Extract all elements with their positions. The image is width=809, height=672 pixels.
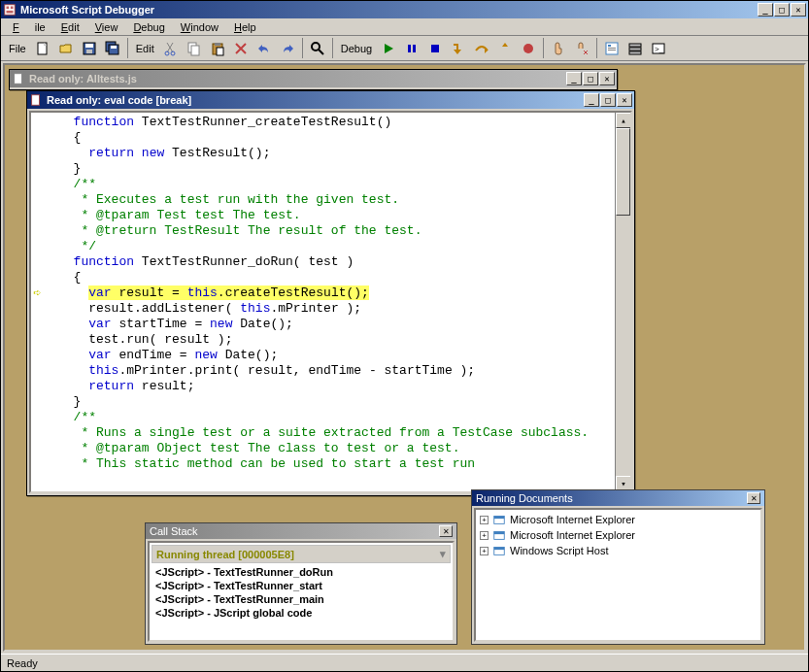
step-into-button[interactable]: [448, 38, 469, 59]
running-doc-item[interactable]: +Microsoft Internet Explorer: [478, 512, 758, 527]
running-doc-item[interactable]: +Microsoft Internet Explorer: [478, 527, 758, 543]
menu-view[interactable]: View: [87, 19, 126, 35]
svg-rect-22: [431, 45, 439, 52]
find-button[interactable]: [307, 38, 328, 59]
doc-window-alltests: Read only: Alltests.js _ □ ✕: [9, 69, 618, 90]
doc-title-eval: Read only: eval code [break]: [47, 94, 191, 106]
call-stack-item[interactable]: <JScript> - JScript global code: [152, 606, 451, 620]
code-line: * @treturn TestResult The result of the …: [58, 223, 615, 239]
delete-button[interactable]: [230, 38, 252, 59]
call-stack-item[interactable]: <JScript> - TextTestRunner_doRun: [152, 565, 451, 579]
menu-debug[interactable]: Debug: [125, 19, 172, 35]
new-file-button[interactable]: [32, 38, 53, 59]
call-stack-item[interactable]: <JScript> - TextTestRunner_start: [152, 579, 451, 592]
save-all-button[interactable]: [102, 38, 123, 59]
running-docs-close[interactable]: ✕: [747, 492, 760, 504]
svg-text:>_: >_: [655, 45, 664, 53]
svg-rect-7: [86, 50, 92, 53]
svg-rect-34: [32, 95, 40, 106]
expand-icon[interactable]: +: [480, 531, 489, 540]
open-file-button[interactable]: [55, 38, 77, 59]
save-button[interactable]: [79, 38, 100, 59]
menu-edit[interactable]: Edit: [53, 19, 87, 35]
svg-rect-29: [629, 48, 641, 50]
code-line: result.addListener( this.mPrinter );: [58, 301, 615, 317]
svg-rect-28: [629, 44, 641, 47]
undo-button[interactable]: [253, 38, 275, 59]
svg-rect-14: [191, 46, 199, 55]
call-stack-body[interactable]: Running thread [000005E8] ▾ <JScript> - …: [148, 541, 455, 642]
running-docs-title[interactable]: Running Documents ✕: [472, 490, 764, 506]
code-line: /**: [58, 177, 615, 192]
toggle-breakpoint-button[interactable]: [518, 38, 539, 59]
doc-close[interactable]: ✕: [599, 72, 615, 85]
doc-titlebar-eval[interactable]: Read only: eval code [break] _ □ ✕: [27, 91, 634, 109]
svg-rect-38: [494, 532, 505, 535]
copy-button[interactable]: [184, 38, 205, 59]
window-controls: _ □ ✕: [758, 3, 806, 17]
clear-breakpoints-button[interactable]: [571, 38, 592, 59]
app-node-icon: [492, 513, 506, 526]
command-window-button[interactable]: >_: [648, 38, 669, 59]
minimize-button[interactable]: _: [758, 3, 773, 17]
expand-icon[interactable]: +: [480, 516, 489, 524]
call-stack-close[interactable]: ✕: [439, 525, 453, 537]
svg-rect-0: [5, 5, 16, 16]
break-button[interactable]: [401, 38, 422, 59]
stop-button[interactable]: [424, 38, 446, 59]
menu-file[interactable]: File: [5, 19, 53, 35]
code-line: /**: [58, 410, 615, 425]
menu-help[interactable]: Help: [226, 19, 264, 35]
doc-titlebar-alltests[interactable]: Read only: Alltests.js _ □ ✕: [10, 70, 617, 87]
code-line: }: [58, 394, 615, 410]
svg-rect-2: [11, 7, 14, 10]
svg-rect-40: [494, 548, 505, 551]
menubar: File Edit View Debug Window Help: [1, 18, 808, 36]
call-stack-item[interactable]: <JScript> - TextTestRunner_main: [152, 592, 451, 606]
paste-button[interactable]: [207, 38, 228, 59]
svg-rect-30: [629, 51, 641, 54]
running-doc-label: Microsoft Internet Explorer: [510, 514, 635, 525]
running-docs-body[interactable]: +Microsoft Internet Explorer+Microsoft I…: [474, 508, 762, 642]
code-line: * Executes a test run with the given tes…: [58, 192, 615, 208]
step-out-button[interactable]: [494, 38, 516, 59]
call-stack-button[interactable]: [624, 38, 646, 59]
code-line: * @tparam Test test The test.: [58, 208, 615, 223]
call-stack-thread-header[interactable]: Running thread [000005E8] ▾: [152, 545, 451, 563]
eval-minimize[interactable]: _: [584, 93, 599, 107]
code-line: function TextTestRunner_doRun( test ): [58, 254, 615, 270]
code-line: var result = this.createTestResult();: [58, 286, 615, 301]
code-line: */: [58, 239, 615, 254]
svg-rect-21: [413, 45, 416, 52]
eval-maximize[interactable]: □: [600, 93, 616, 107]
scroll-up-button[interactable]: ▴: [616, 113, 631, 128]
expand-icon[interactable]: +: [480, 547, 489, 555]
doc-maximize[interactable]: □: [583, 72, 598, 85]
running-doc-item[interactable]: +Windows Script Host: [478, 543, 758, 558]
svg-rect-16: [215, 43, 220, 46]
menu-window[interactable]: Window: [173, 19, 226, 35]
titlebar: Microsoft Script Debugger _ □ ✕: [1, 1, 808, 18]
doc-icon: [12, 72, 25, 85]
doc-minimize[interactable]: _: [566, 72, 582, 85]
dropdown-icon[interactable]: ▾: [440, 548, 446, 560]
close-button[interactable]: ✕: [791, 3, 806, 17]
step-over-button[interactable]: [471, 38, 492, 59]
run-button[interactable]: [378, 38, 399, 59]
main-window: Microsoft Script Debugger _ □ ✕ File Edi…: [0, 0, 809, 672]
eval-close[interactable]: ✕: [617, 93, 632, 107]
code-editor[interactable]: ➪ function TextTestRunner_createTestResu…: [29, 111, 632, 493]
maximize-button[interactable]: □: [774, 3, 790, 17]
code-line: * Runs a single test or a suite extracte…: [58, 425, 615, 441]
scroll-thumb[interactable]: [616, 128, 630, 216]
vertical-scrollbar[interactable]: ▴ ▾: [615, 113, 630, 491]
code-line: test.run( result );: [58, 332, 615, 348]
call-stack-title[interactable]: Call Stack ✕: [146, 523, 456, 539]
gutter: ➪: [31, 113, 51, 491]
toolbar-debug-label: Debug: [337, 43, 376, 54]
toggle-breakpoint-hand-button[interactable]: [548, 38, 569, 59]
running-docs-button[interactable]: [601, 38, 623, 59]
redo-button[interactable]: [277, 38, 298, 59]
app-node-icon: [492, 544, 506, 557]
cut-button[interactable]: [160, 38, 182, 59]
